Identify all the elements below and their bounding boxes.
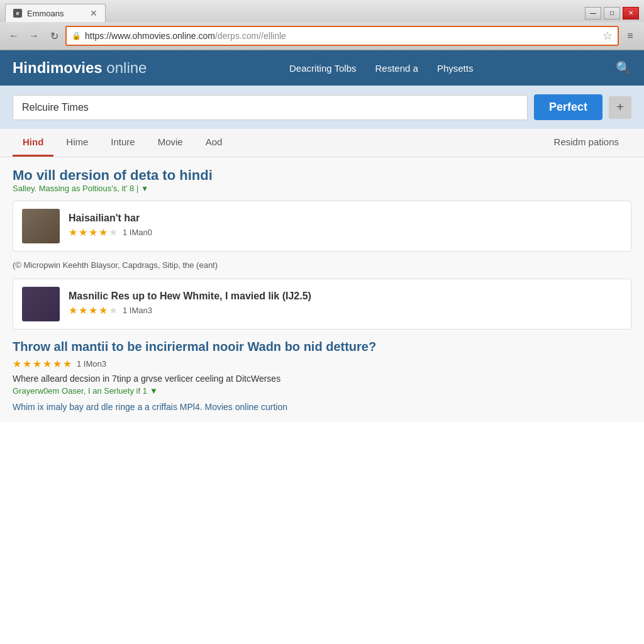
section2-container: Throw all mantii to be inciriermal nooir… — [13, 340, 631, 396]
tab-close-button[interactable]: ✕ — [90, 8, 97, 18]
browser-tab[interactable]: e Emmoans ✕ — [5, 4, 106, 22]
s2-star4: ★ — [43, 358, 52, 370]
url-path: /derps.com//ellinle — [215, 31, 286, 41]
section1-title[interactable]: Mo vill dersion of deta to hindi — [13, 167, 213, 183]
movie-card2-stars: ★ ★ ★ ★ ★ 1 IMan3 — [69, 304, 622, 316]
dropdown-arrow2-icon: ▼ — [150, 386, 158, 396]
url-display: https://www.ohmovies.online.com/derps.co… — [85, 31, 599, 41]
s2-star6: ★ — [63, 358, 72, 370]
content-tabs: Hind Hime Inture Movie Aod Residm pation… — [0, 129, 644, 157]
movie-thumb-img-2 — [22, 287, 60, 321]
main-content: Mo vill dersion of deta to hindi Salley.… — [0, 157, 644, 422]
tab-area: e Emmoans ✕ — [5, 4, 106, 22]
back-button[interactable]: ← — [5, 27, 23, 45]
site-search-icon[interactable]: 🔍 — [616, 60, 631, 75]
minimize-button[interactable]: — — [585, 7, 601, 19]
movie-card-2: Masnilic Res up to Hew Whmite, I mavied … — [13, 279, 631, 330]
logo-sub: online — [103, 59, 147, 76]
movie-card1-title: Haisailian't har — [69, 213, 622, 224]
movie-thumb-1 — [22, 209, 60, 243]
site-header: Hindimovies online Deacriting Tolbs Rest… — [0, 50, 644, 86]
section2-desc: Where alleard decsion in 7tinp a grvse v… — [13, 374, 631, 384]
section-divider: (© Micropwin Keehth Blaysor, Capdrags, S… — [13, 258, 631, 272]
address-bar[interactable]: 🔒 https://www.ohmovies.online.com/derps.… — [65, 26, 619, 46]
tab-hime[interactable]: Hime — [56, 129, 98, 157]
nav-item-deacriting[interactable]: Deacriting Tolbs — [289, 63, 356, 74]
url-domain: https://www.ohmovies.online.com — [85, 31, 215, 41]
star2-2: ★ — [79, 304, 87, 316]
section2-link[interactable]: Grayerw0em Oaser, I an Serluety if 1 ▼ — [13, 386, 631, 396]
search-input[interactable] — [13, 95, 528, 120]
s2-star5: ★ — [53, 358, 62, 370]
tab-residm[interactable]: Residm pations — [544, 129, 629, 157]
window-controls: — □ ✕ — [585, 7, 639, 19]
bookmark-icon[interactable]: ☆ — [602, 29, 613, 43]
s2-star3: ★ — [33, 358, 42, 370]
movie-card2-title: Masnilic Res up to Hew Whmite, I mavied … — [69, 291, 622, 302]
title-bar: e Emmoans ✕ — □ ✕ — [0, 0, 644, 22]
section2-stars: ★ ★ ★ ★ ★ ★ 1 IMon3 — [13, 358, 631, 370]
star2-3: ★ — [89, 304, 97, 316]
star2-1: ★ — [69, 304, 77, 316]
star2-5: ★ — [109, 304, 118, 316]
add-button[interactable]: + — [609, 96, 631, 119]
movie-thumb-2 — [22, 287, 60, 321]
section2-title[interactable]: Throw all mantii to be inciriermal nooir… — [13, 340, 631, 354]
star-5: ★ — [109, 226, 118, 238]
tab-favicon: e — [13, 9, 22, 18]
movie-thumb-img-1 — [22, 209, 60, 243]
browser-chrome: e Emmoans ✕ — □ ✕ ← → ↻ 🔒 https://www.oh… — [0, 0, 644, 50]
search-button[interactable]: Perfect — [534, 94, 602, 120]
star-4: ★ — [99, 226, 108, 238]
lock-icon: 🔒 — [72, 31, 81, 40]
menu-button[interactable]: ≡ — [621, 27, 639, 45]
movie-card1-stars: ★ ★ ★ ★ ★ 1 IMan0 — [69, 226, 622, 238]
star-2: ★ — [79, 226, 87, 238]
bottom-link[interactable]: Whim ix imaly bay ard dle ringe a a crif… — [13, 402, 631, 412]
s2-star1: ★ — [13, 358, 21, 370]
star-1: ★ — [69, 226, 77, 238]
movie-card2-rating: 1 IMan3 — [123, 306, 152, 315]
site-logo: Hindimovies online — [13, 59, 147, 77]
nav-item-restend[interactable]: Restend a — [375, 63, 418, 74]
tab-title: Emmoans — [27, 9, 64, 18]
movie-card-1: Haisailian't har ★ ★ ★ ★ ★ 1 IMan0 — [13, 201, 631, 252]
dropdown-arrow-icon: ▼ — [141, 184, 148, 193]
nav-item-physetts[interactable]: Physetts — [437, 63, 474, 74]
close-window-button[interactable]: ✕ — [623, 7, 639, 19]
site-nav: Deacriting Tolbs Restend a Physetts — [159, 63, 603, 74]
star2-4: ★ — [99, 304, 108, 316]
s2-star2: ★ — [23, 358, 31, 370]
tab-inture[interactable]: Inture — [101, 129, 145, 157]
section2-rating: 1 IMon3 — [77, 359, 106, 369]
logo-main: Hindimovies — [13, 59, 103, 76]
tab-aod[interactable]: Aod — [196, 129, 233, 157]
search-area: Perfect + — [0, 86, 644, 129]
movie-info-2: Masnilic Res up to Hew Whmite, I mavied … — [69, 291, 622, 318]
section1-subtitle: Salley. Massing as Poltious's, it' 8 | ▼ — [13, 184, 631, 193]
star-3: ★ — [89, 226, 97, 238]
site-content: Hindimovies online Deacriting Tolbs Rest… — [0, 50, 644, 422]
maximize-button[interactable]: □ — [604, 7, 620, 19]
tab-hind[interactable]: Hind — [13, 129, 53, 157]
nav-bar: ← → ↻ 🔒 https://www.ohmovies.online.com/… — [0, 22, 644, 50]
movie-card1-rating: 1 IMan0 — [123, 228, 152, 237]
refresh-button[interactable]: ↻ — [45, 27, 63, 45]
forward-button[interactable]: → — [25, 27, 43, 45]
movie-info-1: Haisailian't har ★ ★ ★ ★ ★ 1 IMan0 — [69, 213, 622, 240]
tab-movie[interactable]: Movie — [148, 129, 193, 157]
